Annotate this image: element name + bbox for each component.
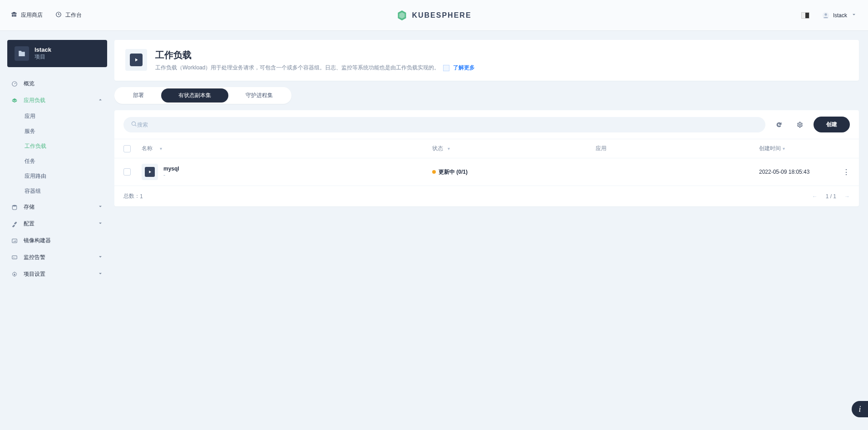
column-header-app: 应用	[596, 145, 759, 152]
row-checkbox[interactable]	[123, 168, 131, 176]
total-count: 1	[140, 193, 143, 200]
kubesphere-logo-icon	[396, 10, 407, 21]
sort-caret-icon: ▾	[448, 146, 450, 151]
search-icon	[131, 121, 137, 128]
chevron-down-icon	[97, 220, 104, 228]
sidebar-label: 镜像构建器	[24, 237, 51, 244]
tab-daemonsets[interactable]: 守护进程集	[228, 88, 290, 103]
project-icon	[15, 46, 29, 61]
pager-next[interactable]: →	[844, 193, 850, 200]
svg-point-7	[14, 274, 15, 275]
project-card[interactable]: lstack 项目	[7, 40, 107, 67]
chevron-up-icon	[97, 97, 104, 104]
sidebar-item-image-builder[interactable]: 镜像构建器	[7, 232, 107, 249]
tab-deployments[interactable]: 部署	[116, 88, 161, 103]
page-description: 工作负载（Workload）用于处理业务请求，可包含一个或多个容器组。日志、监控…	[155, 64, 439, 72]
avatar-icon	[822, 12, 829, 19]
sidebar-item-routes[interactable]: 应用路由	[21, 169, 107, 184]
svg-point-4	[12, 205, 16, 206]
gear-icon	[11, 271, 18, 278]
sidebar-label: 概览	[24, 80, 35, 88]
row-name-link[interactable]: mysql	[163, 166, 179, 172]
sidebar-item-workloads[interactable]: 工作负载	[21, 139, 107, 154]
svg-rect-5	[12, 239, 17, 242]
page-header-icon	[125, 49, 147, 71]
sidebar-label: 配置	[24, 220, 35, 228]
learn-more-link[interactable]: 了解更多	[453, 64, 475, 72]
svg-point-8	[132, 122, 135, 125]
doc-icon	[443, 65, 449, 71]
sidebar-item-jobs[interactable]: 任务	[21, 154, 107, 169]
help-fab-button[interactable]: i	[852, 401, 868, 417]
database-icon	[11, 204, 18, 211]
workload-icon	[142, 164, 158, 180]
sidebar-item-overview[interactable]: 概览	[7, 75, 107, 92]
page-title: 工作负载	[155, 49, 475, 61]
svg-rect-6	[12, 255, 17, 259]
sidebar-label: 应用负载	[24, 97, 45, 104]
list-panel: 创建 名称▾ 状态▾ 应用 创建时间▾ mysql -	[114, 110, 859, 206]
user-menu[interactable]: lstack	[822, 11, 857, 19]
pager: ← 1 / 1 →	[812, 193, 850, 200]
svg-point-2	[825, 13, 827, 15]
sort-caret-icon: ▾	[783, 146, 785, 151]
chevron-down-icon	[97, 254, 104, 261]
sidebar-item-pods[interactable]: 容器组	[21, 184, 107, 199]
app-store-link[interactable]: 应用商店	[11, 11, 43, 19]
chevron-down-icon	[851, 11, 857, 19]
sidebar-item-storage[interactable]: 存储	[7, 199, 107, 215]
image-icon	[11, 237, 18, 244]
column-header-name[interactable]: 名称▾	[142, 145, 432, 152]
chevron-down-icon	[97, 270, 104, 278]
brand-block[interactable]: KUBESPHERE	[396, 10, 471, 21]
sort-caret-icon: ▾	[160, 146, 162, 151]
project-type: 项目	[35, 53, 51, 61]
sidebar-item-monitoring[interactable]: 监控告警	[7, 249, 107, 266]
wrench-icon	[11, 220, 18, 228]
monitor-icon	[11, 254, 18, 261]
page-header-panel: 工作负载 工作负载（Workload）用于处理业务请求，可包含一个或多个容器组。…	[114, 40, 859, 81]
sidebar-item-apps[interactable]: 应用	[21, 109, 107, 124]
create-button[interactable]: 创建	[814, 117, 850, 132]
username-label: lstack	[833, 12, 847, 19]
pager-page: 1 / 1	[826, 193, 836, 200]
search-box[interactable]	[123, 117, 765, 132]
row-created: 2022-05-09 18:05:43	[759, 169, 832, 175]
sidebar-label: 监控告警	[24, 254, 45, 261]
language-switch-icon[interactable]	[801, 12, 809, 19]
sidebar-label: 存储	[24, 203, 35, 211]
workload-type-tabs: 部署 有状态副本集 守护进程集	[114, 87, 291, 104]
status-dot-icon	[432, 170, 436, 174]
pager-prev[interactable]: ←	[812, 193, 818, 200]
row-subtitle: -	[163, 172, 179, 178]
sidebar-label: 项目设置	[24, 270, 45, 278]
sidebar-item-config[interactable]: 配置	[7, 215, 107, 232]
workbench-label: 工作台	[65, 11, 82, 19]
sidebar: lstack 项目 概览 应用负载 应用 服务 工作负载 任务 应用路由 容器组…	[0, 31, 114, 430]
sidebar-item-project-settings[interactable]: 项目设置	[7, 266, 107, 283]
total-label: 总数：	[123, 192, 140, 200]
select-all-checkbox[interactable]	[123, 145, 131, 152]
table-row: mysql - 更新中 (0/1) 2022-05-09 18:05:43 ⋮	[114, 158, 859, 186]
project-name: lstack	[35, 46, 51, 53]
settings-button[interactable]	[793, 117, 807, 132]
layers-icon	[11, 97, 18, 104]
top-bar: 应用商店 工作台 KUBESPHERE lstack	[0, 0, 868, 31]
table-header: 名称▾ 状态▾ 应用 创建时间▾	[114, 139, 859, 158]
workbench-link[interactable]: 工作台	[55, 11, 82, 19]
app-store-label: 应用商店	[21, 11, 43, 19]
column-header-status[interactable]: 状态▾	[432, 145, 596, 152]
svg-point-9	[799, 124, 801, 126]
column-header-created[interactable]: 创建时间▾	[759, 145, 832, 152]
workbench-icon	[55, 11, 62, 19]
store-icon	[11, 11, 17, 19]
refresh-button[interactable]	[772, 117, 786, 132]
chevron-down-icon	[97, 203, 104, 211]
sidebar-item-services[interactable]: 服务	[21, 124, 107, 139]
tab-statefulsets[interactable]: 有状态副本集	[161, 88, 228, 103]
gauge-icon	[11, 80, 18, 88]
row-actions-menu[interactable]: ⋮	[843, 168, 850, 176]
sidebar-item-application-workloads[interactable]: 应用负载	[7, 92, 107, 109]
list-toolbar: 创建	[114, 110, 859, 139]
search-input[interactable]	[137, 122, 758, 128]
